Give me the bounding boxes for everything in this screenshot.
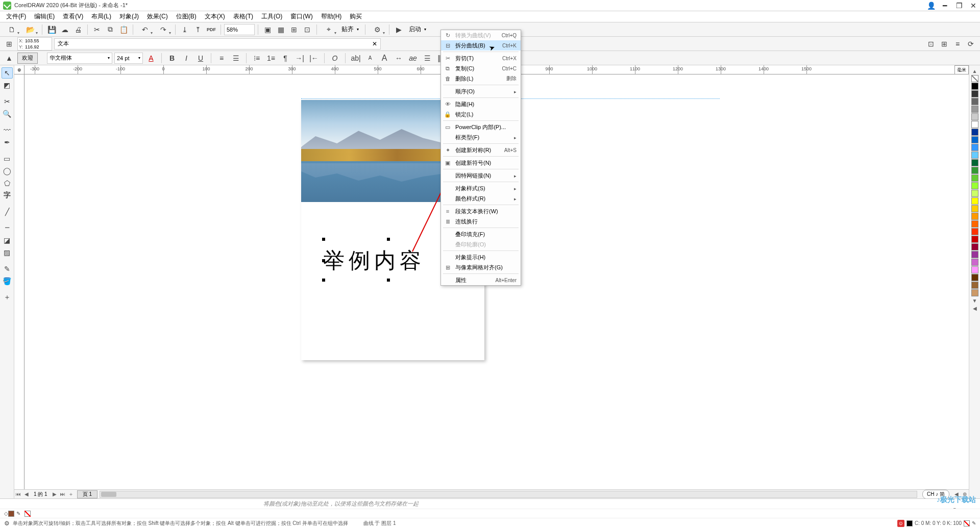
columns-icon[interactable]: ☰ xyxy=(421,52,433,64)
object-type-field[interactable]: 文本 ✕ xyxy=(54,38,381,49)
export-button[interactable]: ⤒ xyxy=(192,23,204,36)
save-button[interactable]: 💾 xyxy=(45,23,58,36)
crop-tool[interactable]: ✂ xyxy=(2,96,13,107)
menu-view[interactable]: 查看(V) xyxy=(59,11,87,22)
color-swatch[interactable] xyxy=(971,228,978,235)
copy-button[interactable]: ⧉ xyxy=(104,23,116,36)
color-swatch[interactable] xyxy=(971,152,978,159)
selection-handle[interactable] xyxy=(322,259,325,262)
context-menu-item[interactable]: ▭PowerClip 内部(P)... xyxy=(441,122,521,132)
add-tool-icon[interactable]: ＋ xyxy=(2,292,13,303)
first-page-icon[interactable]: ⏮ xyxy=(14,491,22,497)
page-tab[interactable]: 页 1 xyxy=(77,490,97,498)
color-swatch[interactable] xyxy=(971,243,978,250)
menu-bitmap[interactable]: 位图(B) xyxy=(172,11,201,22)
color-swatch[interactable] xyxy=(971,282,978,289)
text-object[interactable]: 举例内容 xyxy=(323,246,425,275)
menu-buy[interactable]: 购买 xyxy=(346,11,366,22)
context-menu-item[interactable]: ≣连线换行 xyxy=(441,216,521,227)
indent-inc-icon[interactable]: →| xyxy=(293,52,306,64)
cut-button[interactable]: ✂ xyxy=(91,23,103,36)
pdf-button[interactable]: PDF xyxy=(205,23,217,36)
color-swatch[interactable] xyxy=(971,259,978,266)
gear-icon[interactable]: ⚙ xyxy=(4,520,10,527)
small-a-icon[interactable]: A xyxy=(364,52,376,64)
indent-dec-icon[interactable]: |← xyxy=(308,52,320,64)
context-menu-item[interactable]: 🗑删除(L)删除 xyxy=(441,73,521,84)
color-swatch[interactable] xyxy=(971,236,978,243)
no-fill-swatch[interactable] xyxy=(971,75,978,82)
last-page-icon[interactable]: ⏭ xyxy=(59,491,67,497)
color-swatch[interactable] xyxy=(971,205,978,212)
italic-button[interactable]: I xyxy=(180,52,192,64)
prev-page-icon[interactable]: ◀ xyxy=(22,491,31,497)
zoom-tool[interactable]: 🔍 xyxy=(2,108,13,119)
color-swatch[interactable] xyxy=(971,90,978,97)
fill-swatch[interactable] xyxy=(8,511,14,517)
context-menu-item[interactable]: ▣创建新符号(N) xyxy=(441,158,521,168)
ruler-unit[interactable]: 毫米 xyxy=(954,65,969,74)
freehand-tool[interactable]: 〰 xyxy=(2,124,13,136)
menu-tools[interactable]: 工具(O) xyxy=(257,11,286,22)
ellipse-tool[interactable]: ◯ xyxy=(2,165,13,177)
color-swatch[interactable] xyxy=(971,129,978,136)
coord-box[interactable]: X:103.55 Y:116.92 xyxy=(17,37,52,51)
outline-swatch[interactable] xyxy=(24,511,31,517)
dropcap-icon[interactable]: ¶ xyxy=(279,52,291,64)
options-button[interactable]: ⚙ xyxy=(369,23,386,36)
ruler-origin-icon[interactable]: ⊕ xyxy=(14,65,24,74)
current-fill-swatch[interactable] xyxy=(906,520,913,526)
prop-btn-1[interactable]: ⊡ xyxy=(925,38,937,50)
selection-handle[interactable] xyxy=(322,238,325,241)
align-flyout-icon[interactable]: ☰ xyxy=(230,52,242,64)
horizontal-scrollbar[interactable] xyxy=(100,491,917,498)
next-page-icon[interactable]: ▶ xyxy=(51,491,59,497)
snap-flyout-icon[interactable]: ⌖ xyxy=(320,23,337,36)
new-button[interactable]: 🗋 xyxy=(3,23,20,36)
pen-icon[interactable]: ✎ xyxy=(972,520,976,526)
open-button[interactable]: 📂 xyxy=(21,23,39,36)
pick-tool-icon[interactable]: ▲ xyxy=(3,52,15,64)
redo-button[interactable]: ↷ xyxy=(155,23,172,36)
cloud-button[interactable]: ☁ xyxy=(59,23,71,36)
print-button[interactable]: 🖨 xyxy=(72,23,84,36)
menu-text[interactable]: 文本(X) xyxy=(201,11,229,22)
palette-up-icon[interactable]: ▲ xyxy=(972,68,977,74)
context-menu-item[interactable]: 🔒锁定(L) xyxy=(441,109,521,119)
show-guides-button[interactable]: ⊡ xyxy=(301,23,313,36)
context-menu-item[interactable]: ⊟拆分曲线(B)Ctrl+K xyxy=(441,40,521,51)
color-swatch[interactable] xyxy=(971,136,978,143)
underline-button[interactable]: U xyxy=(194,52,207,64)
color-swatch[interactable] xyxy=(971,266,978,273)
numbering-icon[interactable]: 1≡ xyxy=(265,52,277,64)
current-outline-swatch[interactable] xyxy=(964,520,970,526)
menu-table[interactable]: 表格(T) xyxy=(229,11,257,22)
context-menu-item[interactable]: 叠印填充(F) xyxy=(441,229,521,239)
close-button[interactable]: ✕ xyxy=(970,2,977,9)
launch-label[interactable]: 启动 xyxy=(406,24,429,35)
align-left-icon[interactable]: ≡ xyxy=(215,52,228,64)
rectangle-tool[interactable]: ▭ xyxy=(2,153,13,164)
eyedropper-tool[interactable]: ✎ xyxy=(2,263,13,274)
menu-layout[interactable]: 布局(L) xyxy=(87,11,115,22)
text-tool[interactable]: 字 xyxy=(2,190,13,201)
context-menu-item[interactable]: ⊞与像素网格对齐(G) xyxy=(441,262,521,272)
snap-label[interactable]: 贴齐 xyxy=(338,24,362,35)
context-menu-item[interactable]: 顺序(O) xyxy=(441,86,521,96)
context-menu-item[interactable]: ✦创建新对称(R)Alt+S xyxy=(441,145,521,155)
pick-tool[interactable]: ↖ xyxy=(2,67,13,79)
polygon-tool[interactable]: ⬠ xyxy=(2,178,13,189)
bullets-icon[interactable]: ⁝≡ xyxy=(251,52,263,64)
color-swatch[interactable] xyxy=(971,174,978,182)
color-swatch[interactable] xyxy=(971,159,978,166)
dropshadow-tool[interactable]: ◪ xyxy=(2,235,13,246)
color-swatch[interactable] xyxy=(971,98,978,105)
color-swatch[interactable] xyxy=(971,251,978,258)
large-a-icon[interactable]: A xyxy=(378,52,390,64)
transparency-tool[interactable]: ▨ xyxy=(2,247,13,258)
close-icon[interactable]: ✕ xyxy=(372,40,377,47)
minimize-button[interactable]: ━ xyxy=(941,2,948,9)
color-swatch[interactable] xyxy=(971,182,978,189)
parallel-dim-tool[interactable]: ╱ xyxy=(2,206,13,217)
font-size-select[interactable]: 24 pt xyxy=(114,53,143,64)
